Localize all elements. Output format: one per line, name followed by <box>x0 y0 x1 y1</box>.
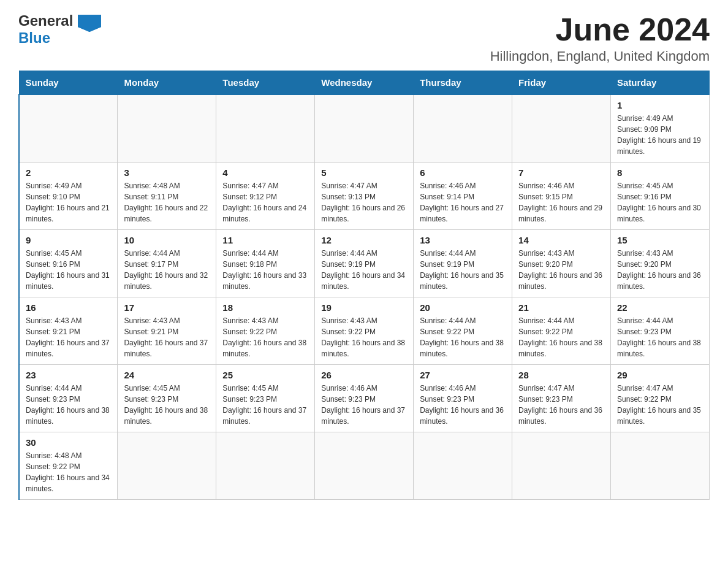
calendar-cell <box>512 432 611 500</box>
day-number: 25 <box>222 370 308 380</box>
calendar-cell <box>414 94 512 163</box>
day-number: 24 <box>124 370 210 380</box>
day-info: Sunrise: 4:44 AMSunset: 9:19 PMDaylight:… <box>420 248 506 292</box>
calendar-cell: 17Sunrise: 4:43 AMSunset: 9:21 PMDayligh… <box>118 297 216 365</box>
logo: General Blue <box>18 12 101 47</box>
calendar-cell <box>414 432 512 500</box>
day-info: Sunrise: 4:47 AMSunset: 9:12 PMDaylight:… <box>222 180 308 224</box>
calendar-cell: 19Sunrise: 4:43 AMSunset: 9:22 PMDayligh… <box>315 297 414 365</box>
calendar-table: SundayMondayTuesdayWednesdayThursdayFrid… <box>18 71 710 500</box>
day-number: 26 <box>321 370 407 380</box>
week-row-1: 1Sunrise: 4:49 AMSunset: 9:09 PMDaylight… <box>19 94 710 163</box>
day-number: 28 <box>518 370 604 380</box>
day-info: Sunrise: 4:44 AMSunset: 9:22 PMDaylight:… <box>420 315 506 359</box>
header-day-monday: Monday <box>118 71 216 95</box>
calendar-cell: 3Sunrise: 4:48 AMSunset: 9:11 PMDaylight… <box>118 163 216 230</box>
logo-blue-text: Blue <box>18 29 101 47</box>
calendar-cell <box>315 432 414 500</box>
calendar-body: 1Sunrise: 4:49 AMSunset: 9:09 PMDaylight… <box>19 94 710 500</box>
day-info: Sunrise: 4:47 AMSunset: 9:23 PMDaylight:… <box>518 383 604 427</box>
calendar-cell: 20Sunrise: 4:44 AMSunset: 9:22 PMDayligh… <box>414 297 512 365</box>
day-number: 15 <box>617 235 703 245</box>
calendar-cell: 11Sunrise: 4:44 AMSunset: 9:18 PMDayligh… <box>216 230 315 297</box>
calendar-cell: 22Sunrise: 4:44 AMSunset: 9:23 PMDayligh… <box>611 297 710 365</box>
calendar-cell: 30Sunrise: 4:48 AMSunset: 9:22 PMDayligh… <box>19 432 118 500</box>
day-info: Sunrise: 4:44 AMSunset: 9:23 PMDaylight:… <box>617 315 703 359</box>
title-block: June 2024 Hillingdon, England, United Ki… <box>490 12 710 64</box>
day-number: 12 <box>321 235 407 245</box>
day-number: 1 <box>617 100 703 110</box>
day-info: Sunrise: 4:43 AMSunset: 9:21 PMDaylight:… <box>124 315 210 359</box>
day-info: Sunrise: 4:45 AMSunset: 9:23 PMDaylight:… <box>222 383 308 427</box>
calendar-cell: 12Sunrise: 4:44 AMSunset: 9:19 PMDayligh… <box>315 230 414 297</box>
day-number: 5 <box>321 167 407 178</box>
day-info: Sunrise: 4:43 AMSunset: 9:21 PMDaylight:… <box>26 315 111 359</box>
calendar-cell: 10Sunrise: 4:44 AMSunset: 9:17 PMDayligh… <box>118 230 216 297</box>
calendar-cell: 7Sunrise: 4:46 AMSunset: 9:15 PMDaylight… <box>512 163 611 230</box>
svg-marker-1 <box>78 15 101 32</box>
calendar-cell: 14Sunrise: 4:43 AMSunset: 9:20 PMDayligh… <box>512 230 611 297</box>
calendar-cell <box>118 94 216 163</box>
day-number: 18 <box>222 302 308 313</box>
page-header: General Blue June 2024 Hillingdon, Engla… <box>18 12 710 64</box>
week-row-3: 9Sunrise: 4:45 AMSunset: 9:16 PMDaylight… <box>19 230 710 297</box>
calendar-cell: 21Sunrise: 4:44 AMSunset: 9:22 PMDayligh… <box>512 297 611 365</box>
day-info: Sunrise: 4:43 AMSunset: 9:20 PMDaylight:… <box>617 248 703 292</box>
day-number: 22 <box>617 302 703 313</box>
day-info: Sunrise: 4:49 AMSunset: 9:09 PMDaylight:… <box>617 113 703 157</box>
calendar-cell: 8Sunrise: 4:45 AMSunset: 9:16 PMDaylight… <box>611 163 710 230</box>
calendar-cell: 9Sunrise: 4:45 AMSunset: 9:16 PMDaylight… <box>19 230 118 297</box>
day-number: 13 <box>420 235 506 245</box>
day-number: 10 <box>124 235 210 245</box>
calendar-cell: 6Sunrise: 4:46 AMSunset: 9:14 PMDaylight… <box>414 163 512 230</box>
header-day-tuesday: Tuesday <box>216 71 315 95</box>
day-number: 21 <box>518 302 604 313</box>
day-number: 7 <box>518 167 604 178</box>
day-number: 30 <box>26 437 111 448</box>
calendar-cell <box>611 432 710 500</box>
day-number: 29 <box>617 370 703 380</box>
day-info: Sunrise: 4:43 AMSunset: 9:20 PMDaylight:… <box>518 248 604 292</box>
day-info: Sunrise: 4:45 AMSunset: 9:16 PMDaylight:… <box>617 180 703 224</box>
day-number: 4 <box>222 167 308 178</box>
day-info: Sunrise: 4:44 AMSunset: 9:17 PMDaylight:… <box>124 248 210 292</box>
header-day-sunday: Sunday <box>19 71 118 95</box>
day-number: 23 <box>26 370 111 380</box>
calendar-cell <box>512 94 611 163</box>
calendar-cell <box>118 432 216 500</box>
day-info: Sunrise: 4:45 AMSunset: 9:23 PMDaylight:… <box>124 383 210 427</box>
calendar-cell: 28Sunrise: 4:47 AMSunset: 9:23 PMDayligh… <box>512 365 611 432</box>
day-info: Sunrise: 4:44 AMSunset: 9:22 PMDaylight:… <box>518 315 604 359</box>
day-info: Sunrise: 4:47 AMSunset: 9:13 PMDaylight:… <box>321 180 407 224</box>
day-info: Sunrise: 4:43 AMSunset: 9:22 PMDaylight:… <box>222 315 308 359</box>
day-number: 9 <box>26 235 111 245</box>
week-row-5: 23Sunrise: 4:44 AMSunset: 9:23 PMDayligh… <box>19 365 710 432</box>
day-number: 2 <box>26 167 111 178</box>
day-info: Sunrise: 4:44 AMSunset: 9:23 PMDaylight:… <box>26 383 111 427</box>
header-day-saturday: Saturday <box>611 71 710 95</box>
calendar-cell: 27Sunrise: 4:46 AMSunset: 9:23 PMDayligh… <box>414 365 512 432</box>
logo-icon <box>78 15 101 32</box>
day-info: Sunrise: 4:47 AMSunset: 9:22 PMDaylight:… <box>617 383 703 427</box>
day-number: 8 <box>617 167 703 178</box>
week-row-6: 30Sunrise: 4:48 AMSunset: 9:22 PMDayligh… <box>19 432 710 500</box>
week-row-4: 16Sunrise: 4:43 AMSunset: 9:21 PMDayligh… <box>19 297 710 365</box>
day-number: 14 <box>518 235 604 245</box>
header-day-wednesday: Wednesday <box>315 71 414 95</box>
calendar-cell: 29Sunrise: 4:47 AMSunset: 9:22 PMDayligh… <box>611 365 710 432</box>
header-row: SundayMondayTuesdayWednesdayThursdayFrid… <box>19 71 710 95</box>
day-number: 3 <box>124 167 210 178</box>
day-info: Sunrise: 4:43 AMSunset: 9:22 PMDaylight:… <box>321 315 407 359</box>
day-info: Sunrise: 4:44 AMSunset: 9:19 PMDaylight:… <box>321 248 407 292</box>
calendar-cell: 25Sunrise: 4:45 AMSunset: 9:23 PMDayligh… <box>216 365 315 432</box>
week-row-2: 2Sunrise: 4:49 AMSunset: 9:10 PMDaylight… <box>19 163 710 230</box>
calendar-cell: 23Sunrise: 4:44 AMSunset: 9:23 PMDayligh… <box>19 365 118 432</box>
day-info: Sunrise: 4:46 AMSunset: 9:23 PMDaylight:… <box>321 383 407 427</box>
day-info: Sunrise: 4:48 AMSunset: 9:22 PMDaylight:… <box>26 450 111 494</box>
day-info: Sunrise: 4:46 AMSunset: 9:23 PMDaylight:… <box>420 383 506 427</box>
day-number: 6 <box>420 167 506 178</box>
calendar-cell: 18Sunrise: 4:43 AMSunset: 9:22 PMDayligh… <box>216 297 315 365</box>
calendar-cell: 2Sunrise: 4:49 AMSunset: 9:10 PMDaylight… <box>19 163 118 230</box>
calendar-cell: 4Sunrise: 4:47 AMSunset: 9:12 PMDaylight… <box>216 163 315 230</box>
calendar-cell: 5Sunrise: 4:47 AMSunset: 9:13 PMDaylight… <box>315 163 414 230</box>
